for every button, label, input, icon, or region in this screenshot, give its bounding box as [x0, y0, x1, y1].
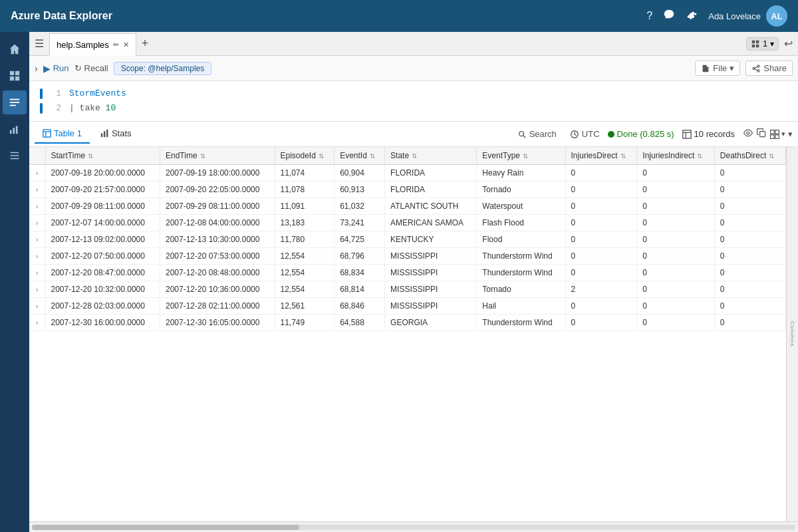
records-count: 10 records	[677, 126, 740, 142]
col-eventid[interactable]: EventId⇅	[334, 147, 385, 165]
col-episodeid[interactable]: EpisodeId⇅	[275, 147, 334, 165]
row-expand-6[interactable]: ›	[29, 265, 45, 281]
share-button[interactable]: Share	[745, 61, 793, 76]
scrollbar-thumb[interactable]	[32, 525, 299, 530]
row-expand-5[interactable]: ›	[29, 248, 45, 265]
cell-starttime: 2007-09-20 21:57:00.0000	[45, 182, 160, 198]
tab-counter[interactable]: 1 ▾	[746, 37, 779, 51]
svg-rect-4	[10, 99, 19, 100]
run-button[interactable]: ▶ Run	[43, 63, 69, 74]
row-expand-1[interactable]: ›	[29, 182, 45, 198]
sidebar-item-query[interactable]	[3, 90, 27, 114]
col-endtime[interactable]: EndTime⇅	[160, 147, 275, 165]
col-injuriesdirect[interactable]: InjuriesDirect⇅	[565, 147, 637, 165]
cell-deathsdirect: 0	[714, 281, 785, 298]
toolbar-expand-icon[interactable]: ›	[35, 63, 38, 74]
row-expand-7[interactable]: ›	[29, 281, 45, 298]
tab-table1[interactable]: Table 1	[35, 124, 90, 144]
svg-rect-30	[771, 134, 775, 138]
cell-eventtype: Tornado	[477, 182, 565, 198]
bottom-scrollbar[interactable]	[29, 521, 798, 532]
cell-eventtype: Thunderstorm Wind	[477, 315, 565, 331]
topbar: Azure Data Explorer ? Ada Lovelace AL	[0, 0, 798, 32]
utc-button[interactable]: UTC	[565, 126, 605, 142]
tab-close-icon[interactable]: ✕	[123, 41, 129, 49]
scope-badge[interactable]: Scope: @help/Samples	[114, 62, 212, 75]
sidebar-item-chart[interactable]	[3, 117, 27, 141]
tab-stats[interactable]: Stats	[92, 124, 140, 144]
svg-point-20	[519, 131, 523, 136]
cell-injuriesindirect: 0	[637, 298, 715, 315]
user-menu[interactable]: Ada Lovelace AL	[708, 5, 787, 27]
query-toolbar: › ▶ Run ↻ Recall Scope: @help/Samples Fi…	[29, 56, 798, 81]
cell-starttime: 2007-12-20 10:32:00.0000	[45, 281, 160, 298]
view-toggle[interactable]: ▾	[769, 129, 785, 140]
cell-endtime: 2007-12-08 04:00:00.0000	[160, 215, 275, 231]
table-row: ›2007-09-18 20:00:00.00002007-09-19 18:0…	[29, 165, 786, 182]
cell-state: MISSISSIPPI	[385, 265, 477, 281]
sidebar-item-data[interactable]	[3, 64, 27, 88]
copy-icon[interactable]	[756, 128, 767, 140]
cell-state: MISSISSIPPI	[385, 298, 477, 315]
feedback-icon[interactable]	[663, 9, 675, 23]
sidebar-item-home[interactable]	[3, 37, 27, 61]
recall-button[interactable]: ↻ Recall	[74, 63, 108, 73]
table-row: ›2007-12-13 09:02:00.00002007-12-13 10:3…	[29, 231, 786, 248]
cell-injuriesdirect: 2	[565, 281, 637, 298]
cell-deathsdirect: 0	[714, 265, 785, 281]
hamburger-menu[interactable]: ☰	[35, 37, 44, 50]
svg-rect-17	[101, 134, 102, 138]
editor-code-2: | take 10	[69, 101, 116, 116]
row-expand-4[interactable]: ›	[29, 231, 45, 248]
scrollbar-track[interactable]	[32, 525, 795, 530]
col-starttime[interactable]: StartTime⇅	[45, 147, 160, 165]
svg-rect-1	[15, 71, 19, 75]
cell-eventtype: Heavy Rain	[477, 165, 565, 182]
row-expand-2[interactable]: ›	[29, 198, 45, 215]
col-state[interactable]: State⇅	[385, 147, 477, 165]
tab-edit-icon[interactable]: ✏	[113, 41, 119, 49]
cell-eventid: 64,725	[334, 231, 385, 248]
cell-eventtype: Flood	[477, 231, 565, 248]
cell-endtime: 2007-09-29 08:11:00.0000	[160, 198, 275, 215]
row-expand-0[interactable]: ›	[29, 165, 45, 182]
cell-endtime: 2007-12-20 07:53:00.0000	[160, 248, 275, 265]
cell-eventtype: Flash Flood	[477, 215, 565, 231]
cell-episodeid: 12,561	[275, 298, 334, 315]
cell-injuriesdirect: 0	[565, 165, 637, 182]
columns-panel[interactable]: Columns	[786, 147, 798, 521]
col-deathsdirect[interactable]: DeathsDirect⇅	[714, 147, 785, 165]
settings-icon[interactable]	[686, 9, 698, 23]
row-expand-9[interactable]: ›	[29, 315, 45, 331]
app-title: Azure Data Explorer	[11, 10, 646, 22]
cell-deathsdirect: 0	[714, 315, 785, 331]
file-button[interactable]: File ▾	[695, 61, 740, 76]
row-expand-3[interactable]: ›	[29, 215, 45, 231]
svg-rect-29	[775, 130, 779, 134]
tab-help-samples[interactable]: help.Samples ✏ ✕	[49, 33, 136, 56]
eye-icon[interactable]	[743, 128, 753, 140]
help-icon[interactable]: ?	[646, 10, 652, 22]
expand-results-icon[interactable]: ▾	[788, 129, 793, 139]
new-tab-button[interactable]: +	[136, 33, 154, 55]
cell-state: GEORGIA	[385, 315, 477, 331]
cell-eventtype: Tornado	[477, 281, 565, 298]
cell-endtime: 2007-09-20 22:05:00.0000	[160, 182, 275, 198]
cell-injuriesindirect: 0	[637, 231, 715, 248]
sidebar-item-settings[interactable]	[3, 144, 27, 168]
cell-deathsdirect: 0	[714, 231, 785, 248]
svg-rect-12	[752, 44, 755, 47]
col-injuriesindirect[interactable]: InjuriesIndirect⇅	[637, 147, 715, 165]
search-button[interactable]: Search	[512, 126, 562, 142]
cell-injuriesindirect: 0	[637, 198, 715, 215]
run-icon: ▶	[43, 63, 51, 74]
cell-starttime: 2007-09-29 08:11:00.0000	[45, 198, 160, 215]
editor-line-2: 2 | take 10	[40, 101, 787, 116]
svg-rect-5	[10, 102, 19, 103]
line-indicator-2	[40, 103, 43, 114]
undo-button[interactable]: ↩	[784, 37, 793, 50]
cell-deathsdirect: 0	[714, 182, 785, 198]
editor[interactable]: 1 StormEvents 2 | take 10	[29, 81, 798, 122]
row-expand-8[interactable]: ›	[29, 298, 45, 315]
col-eventtype[interactable]: EventType⇅	[477, 147, 565, 165]
